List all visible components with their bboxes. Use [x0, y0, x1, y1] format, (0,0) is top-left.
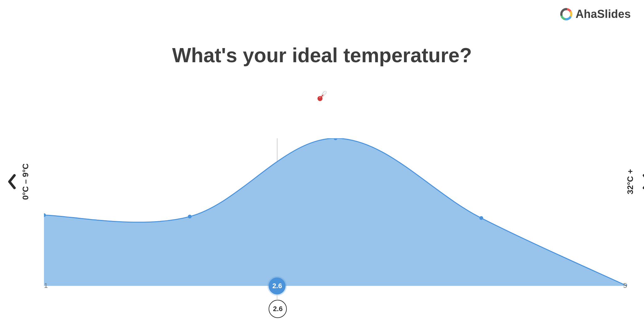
brand-logo-icon	[560, 8, 572, 20]
svg-line-4	[324, 91, 325, 91]
average-marker: 2.6	[269, 277, 286, 294]
svg-line-6	[322, 93, 323, 93]
average-value: 2.6	[272, 282, 282, 290]
x-axis-min: 1	[44, 282, 48, 290]
distribution-chart	[44, 138, 627, 286]
x-axis-max: 5	[623, 282, 627, 290]
svg-line-5	[323, 92, 324, 92]
thermometer-icon	[314, 89, 330, 104]
prev-scale-button[interactable]	[6, 173, 18, 190]
next-scale-button[interactable]	[640, 173, 644, 190]
marker-connector	[277, 294, 277, 300]
your-value: 2.6	[273, 305, 283, 313]
page-title: What's your ideal temperature?	[0, 44, 644, 67]
brand: AhaSlides	[560, 8, 631, 21]
slide-stage: { "brand": { "name": "AhaSlides" }, "tit…	[0, 0, 644, 335]
scale-min-label: 0°C – 9°C	[21, 163, 30, 200]
brand-name: AhaSlides	[576, 8, 631, 21]
your-marker[interactable]: 2.6	[269, 300, 287, 318]
svg-point-13	[479, 216, 483, 220]
svg-point-11	[188, 215, 192, 218]
